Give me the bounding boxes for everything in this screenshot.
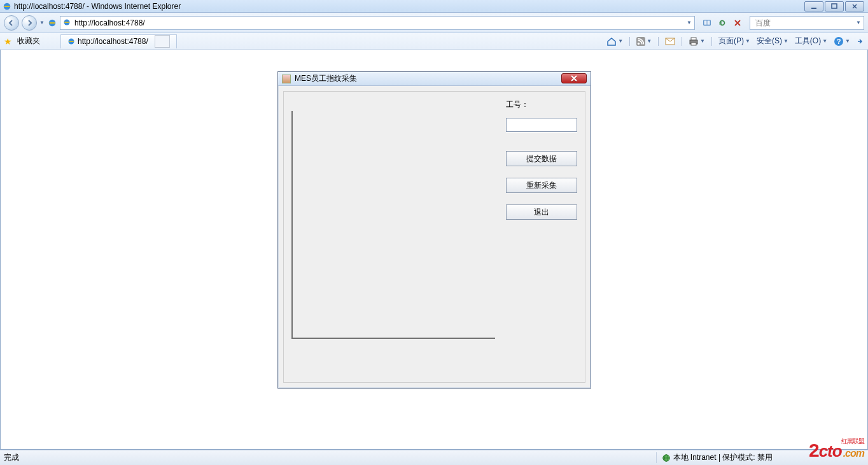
- nav-history-dropdown[interactable]: ▼: [39, 20, 45, 25]
- close-button[interactable]: [845, 1, 864, 11]
- search-box[interactable]: ▼: [750, 16, 864, 30]
- tab-title: http://localhost:4788/: [78, 37, 148, 46]
- ie-icon: [3, 2, 11, 11]
- forward-button[interactable]: [22, 15, 37, 31]
- mail-icon[interactable]: [664, 38, 676, 45]
- dialog-side-panel: 工号： 提交数据 重新采集 退出: [506, 99, 577, 220]
- window-title: http://localhost:4788/ - Windows Interne…: [14, 2, 181, 11]
- nav-bar: ▼ ▼ ▼: [0, 13, 868, 33]
- fingerprint-dialog: MES员工指纹采集 工号： 提交数据 重新采集 退出: [277, 71, 591, 389]
- page-menu[interactable]: 页面(P) ▼: [717, 36, 752, 46]
- dialog-body: 工号： 提交数据 重新采集 退出: [283, 91, 585, 383]
- globe-icon: [662, 454, 671, 462]
- svg-point-13: [638, 42, 640, 45]
- watermark-cto: cto: [819, 441, 842, 461]
- security-zone[interactable]: 本地 Intranet | 保护模式: 禁用: [656, 452, 778, 463]
- maximize-button[interactable]: [825, 1, 844, 11]
- svg-rect-2: [832, 4, 837, 8]
- address-input[interactable]: [74, 18, 687, 27]
- page-icon: [63, 18, 72, 27]
- expand-icon[interactable]: [855, 38, 864, 45]
- print-icon[interactable]: ▼: [687, 37, 706, 46]
- svg-rect-17: [691, 43, 696, 45]
- home-icon[interactable]: ▼: [605, 36, 624, 46]
- favorites-label[interactable]: 收藏夹: [17, 36, 40, 46]
- svg-rect-15: [691, 38, 696, 40]
- status-text: 完成: [4, 452, 19, 463]
- dialog-titlebar: MES员工指纹采集: [278, 72, 591, 86]
- dialog-close-button[interactable]: [561, 73, 587, 83]
- favorites-star-icon[interactable]: ★: [4, 36, 12, 46]
- address-bar[interactable]: ▼: [60, 16, 695, 30]
- window-titlebar: http://localhost:4788/ - Windows Interne…: [0, 0, 868, 13]
- address-dropdown[interactable]: ▼: [687, 20, 692, 25]
- favorites-bar: ★ 收藏夹 http://localhost:4788/ ▼ ▼ ▼ 页面(P)…: [0, 33, 868, 50]
- watermark: 红黑联盟 2cto.com: [809, 440, 864, 461]
- svg-text:?: ?: [837, 38, 841, 45]
- dialog-title: MES员工指纹采集: [295, 73, 357, 84]
- browser-tab[interactable]: http://localhost:4788/: [60, 34, 177, 48]
- stop-icon[interactable]: [731, 17, 745, 29]
- search-provider-dropdown[interactable]: ▼: [856, 20, 861, 25]
- status-bar: 完成 本地 Intranet | 保护模式: 禁用: [0, 450, 868, 465]
- submit-button[interactable]: 提交数据: [506, 151, 577, 166]
- watermark-cn: 红黑联盟: [841, 437, 864, 446]
- recollect-button[interactable]: 重新采集: [506, 178, 577, 193]
- ie-small-icon: [47, 18, 57, 28]
- zone-text: 本地 Intranet | 保护模式: 禁用: [673, 452, 773, 463]
- back-button[interactable]: [4, 15, 19, 31]
- page-content: MES员工指纹采集 工号： 提交数据 重新采集 退出: [0, 50, 868, 450]
- tab-page-icon: [67, 38, 75, 45]
- new-tab-button[interactable]: [155, 35, 170, 48]
- worker-id-input[interactable]: [506, 118, 577, 132]
- fingerprint-preview: [291, 111, 495, 339]
- command-bar: ▼ ▼ ▼ 页面(P) ▼ 安全(S) ▼ 工具(O) ▼ ?▼: [605, 36, 864, 46]
- tools-menu[interactable]: 工具(O) ▼: [794, 36, 829, 46]
- minimize-button[interactable]: [804, 1, 823, 11]
- feeds-icon[interactable]: ▼: [635, 37, 653, 46]
- compat-view-icon[interactable]: [700, 17, 714, 29]
- exit-button[interactable]: 退出: [506, 204, 577, 220]
- watermark-two: 2: [809, 440, 819, 461]
- watermark-com: .com: [843, 448, 864, 459]
- refresh-icon[interactable]: [715, 17, 729, 29]
- search-input[interactable]: [755, 18, 851, 27]
- form-icon: [282, 75, 291, 83]
- worker-id-label: 工号：: [506, 99, 577, 110]
- safety-menu[interactable]: 安全(S) ▼: [755, 36, 790, 46]
- help-icon[interactable]: ?▼: [832, 36, 851, 46]
